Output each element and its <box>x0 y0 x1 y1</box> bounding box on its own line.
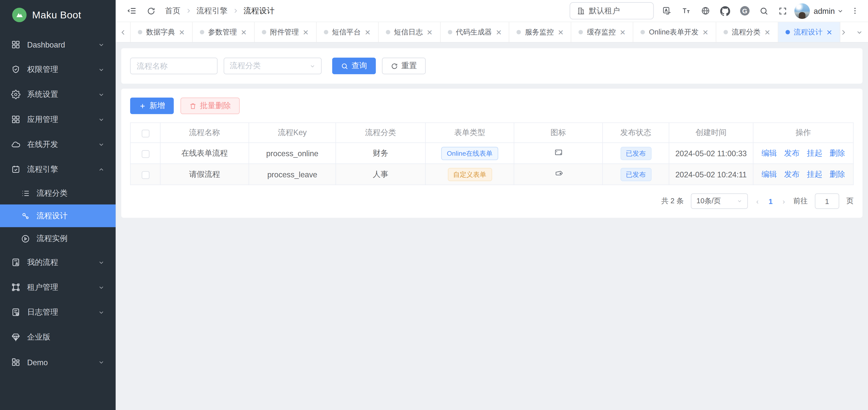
sidebar-subitem-flow-category[interactable]: 流程分类 <box>0 182 116 205</box>
translate-icon[interactable] <box>657 0 676 22</box>
font-size-icon[interactable] <box>677 0 696 22</box>
sidebar: Maku Boot Dashboard 权限管理 系统设置 应用管理 <box>0 0 116 410</box>
tab-service-monitor[interactable]: 服务监控✕ <box>509 22 572 42</box>
form-type-badge: Online在线表单 <box>441 147 498 160</box>
publish-link[interactable]: 发布 <box>784 148 800 158</box>
delete-link[interactable]: 删除 <box>830 169 845 179</box>
tab-parameters[interactable]: 参数管理✕ <box>192 22 254 42</box>
flow-table-card: 新增 批量删除 流程名称 <box>121 89 863 217</box>
user-name[interactable]: admin <box>814 6 835 15</box>
logo-mountain-icon <box>12 8 26 22</box>
tab-flow-category[interactable]: 流程分类✕ <box>716 22 778 42</box>
sidebar-item-enterprise[interactable]: 企业版 <box>0 325 116 350</box>
app-title: Maku Boot <box>32 9 81 21</box>
tab-data-dictionary[interactable]: 数据字典✕ <box>130 22 193 42</box>
page-size-select[interactable]: 10条/页 <box>691 194 748 209</box>
close-icon[interactable]: ✕ <box>496 28 502 36</box>
tabs-scroll-right-icon[interactable] <box>836 22 850 42</box>
sidebar-subitem-flow-instance[interactable]: 流程实例 <box>0 227 116 250</box>
shield-check-icon <box>11 65 20 74</box>
publish-link[interactable]: 发布 <box>784 169 800 179</box>
page-number-1[interactable]: 1 <box>767 197 774 205</box>
goto-page-input[interactable] <box>815 194 839 209</box>
sidebar-collapse-icon[interactable] <box>122 0 142 22</box>
close-icon[interactable]: ✕ <box>365 28 371 36</box>
delete-link[interactable]: 删除 <box>830 148 845 158</box>
chevron-down-icon[interactable] <box>835 0 846 22</box>
breadcrumb-home[interactable]: 首页 <box>165 6 180 16</box>
select-all-checkbox[interactable] <box>142 129 149 137</box>
sidebar-item-app-management[interactable]: 应用管理 <box>0 107 116 132</box>
chevron-right-icon <box>232 8 239 14</box>
close-icon[interactable]: ✕ <box>703 28 708 36</box>
row-checkbox[interactable] <box>142 150 149 158</box>
fullscreen-icon[interactable] <box>773 0 792 22</box>
cell-flow-category: 人事 <box>336 164 426 185</box>
close-icon[interactable]: ✕ <box>764 28 770 36</box>
gear-icon <box>11 90 20 99</box>
tab-cache-monitor[interactable]: 缓存监控✕ <box>571 22 633 42</box>
prev-page-icon[interactable]: ‹ <box>755 197 760 205</box>
sidebar-item-my-flows[interactable]: 我的流程 <box>0 250 116 275</box>
suspend-link[interactable]: 挂起 <box>807 169 823 179</box>
tabs-menu-icon[interactable] <box>850 22 868 42</box>
row-checkbox[interactable] <box>142 171 149 179</box>
chevron-down-icon <box>98 41 104 48</box>
sidebar-item-log-management[interactable]: 日志管理 <box>0 300 116 325</box>
close-icon[interactable]: ✕ <box>620 28 626 36</box>
sidebar-item-demo[interactable]: Demo <box>0 350 116 375</box>
col-header-flow-key: 流程Key <box>249 123 336 143</box>
close-icon[interactable]: ✕ <box>179 28 185 36</box>
document-check-icon <box>11 308 20 317</box>
query-button[interactable]: 查询 <box>332 58 376 74</box>
frame-icon <box>11 283 20 292</box>
add-button[interactable]: 新增 <box>130 97 174 114</box>
sidebar-item-tenant-management[interactable]: 租户管理 <box>0 275 116 300</box>
tab-online-form-dev[interactable]: Online表单开发✕ <box>633 22 716 42</box>
tabs-scroll-left-icon[interactable] <box>116 22 130 42</box>
tab-code-generator[interactable]: 代码生成器✕ <box>440 22 509 42</box>
breadcrumb-flow-engine[interactable]: 流程引擎 <box>196 6 227 16</box>
sidebar-item-online-dev[interactable]: 在线开发 <box>0 132 116 157</box>
edit-link[interactable]: 编辑 <box>762 169 777 179</box>
table-row: 请假流程 process_leave 人事 自定义表单 已发布 2024-05-… <box>130 164 854 185</box>
close-icon[interactable]: ✕ <box>427 28 433 36</box>
close-icon[interactable]: ✕ <box>303 28 309 36</box>
flow-name-input[interactable] <box>130 58 218 74</box>
github-icon[interactable] <box>715 0 735 22</box>
list-icon <box>21 189 30 198</box>
cell-created-time: 2024-05-02 10:24:11 <box>669 164 753 185</box>
close-icon[interactable]: ✕ <box>826 28 832 36</box>
sidebar-item-permissions[interactable]: 权限管理 <box>0 57 116 82</box>
breadcrumb: 首页 流程引擎 流程设计 <box>165 6 274 16</box>
gitee-icon[interactable]: G <box>735 0 754 22</box>
close-icon[interactable]: ✕ <box>241 28 247 36</box>
tab-flow-design[interactable]: 流程设计✕ <box>778 22 840 42</box>
tab-sms-log[interactable]: 短信日志✕ <box>378 22 440 42</box>
suspend-link[interactable]: 挂起 <box>807 148 823 158</box>
more-vertical-icon[interactable] <box>846 0 859 22</box>
search-icon[interactable] <box>754 0 773 22</box>
tenant-select[interactable]: 默认租户 <box>569 2 654 19</box>
close-icon[interactable]: ✕ <box>558 28 564 36</box>
sidebar-item-flow-engine[interactable]: 流程引擎 <box>0 157 116 182</box>
tab-sms-platform[interactable]: 短信平台✕ <box>316 22 378 42</box>
avatar[interactable] <box>794 3 810 19</box>
batch-delete-button[interactable]: 批量删除 <box>180 97 240 114</box>
sidebar-item-dashboard[interactable]: Dashboard <box>0 32 116 57</box>
refresh-icon[interactable] <box>142 0 161 22</box>
tab-attachments[interactable]: 附件管理✕ <box>254 22 317 42</box>
sidebar-subitem-flow-design[interactable]: 流程设计 <box>0 205 116 227</box>
diamond-icon <box>11 332 20 342</box>
flow-category-select[interactable]: 流程分类 <box>224 58 322 74</box>
cell-flow-key: process_online <box>249 143 336 164</box>
edit-link[interactable]: 编辑 <box>762 148 777 158</box>
chevron-down-icon <box>309 63 315 69</box>
next-page-icon[interactable]: › <box>781 197 786 205</box>
globe-icon[interactable] <box>696 0 715 22</box>
reset-button[interactable]: 重置 <box>382 58 426 74</box>
share-nodes-icon <box>21 211 30 220</box>
breadcrumb-current: 流程设计 <box>244 6 274 16</box>
sidebar-item-system-settings[interactable]: 系统设置 <box>0 82 116 107</box>
col-header-icon: 图标 <box>514 123 602 143</box>
